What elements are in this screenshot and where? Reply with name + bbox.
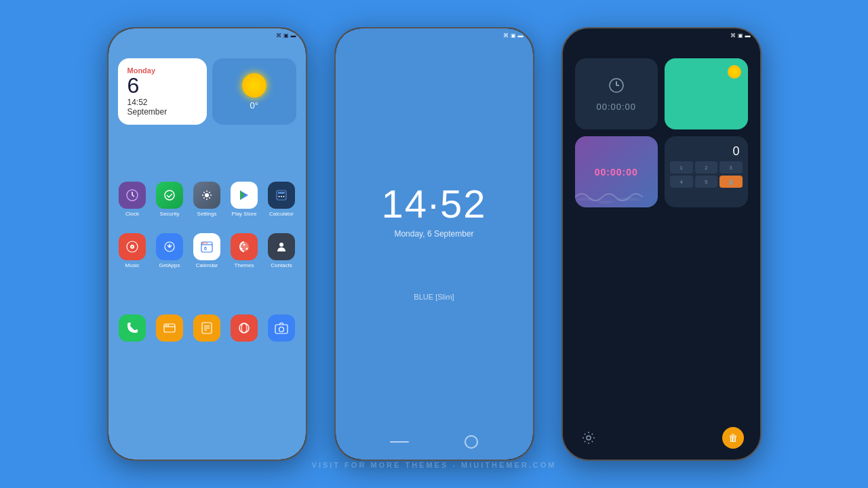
svg-line-2 [132, 195, 134, 197]
phone1-screen: ⌘ ▣ ▬ Monday 6 14:52 September 0° [108, 28, 306, 460]
app-music[interactable]: Music [115, 230, 150, 271]
bottom-bar-p3: 🗑 [563, 427, 760, 449]
status-icons-p1: ⌘ ▣ ▬ [276, 33, 296, 39]
nav-home-icon [465, 435, 478, 449]
svg-point-33 [241, 323, 247, 333]
calc-btn-4: 4 [670, 176, 693, 188]
lock-theme-label: BLUE [Slim] [414, 293, 454, 301]
calculator-label: Calculator [269, 211, 294, 217]
app-grid-row3 [108, 312, 306, 344]
phone-3: ⌘ ▣ ▬ 00:00:00 00:00:00 [561, 27, 762, 461]
widget-timer: 00:00:00 [575, 58, 658, 129]
themes-label: Themes [235, 262, 254, 268]
security-app-icon [156, 182, 183, 209]
svg-point-32 [239, 323, 249, 333]
svg-text:MON: MON [201, 241, 208, 245]
calc-btn-3: 3 [719, 161, 743, 174]
svg-point-22 [246, 248, 248, 250]
calc-btn-orange: ▓ [719, 176, 743, 188]
app-calculator[interactable]: Calculator [264, 179, 299, 220]
app-grid-row2: Music GetApps 6MON Calendar Themes [108, 230, 306, 271]
date-time: 14:52 [127, 98, 198, 107]
notes-app-icon [193, 314, 220, 342]
widget-row: Monday 6 14:52 September 0° [108, 28, 306, 125]
status-bar-phone2: ⌘ ▣ ▬ [336, 28, 533, 43]
svg-point-39 [587, 436, 591, 440]
lock-minute: 52 [440, 182, 487, 226]
signal-icon: ▣ [283, 33, 289, 39]
app-security[interactable]: Security [153, 179, 187, 220]
widget-calculator: 0 1 2 3 4 5 ▓ [665, 136, 748, 207]
svg-point-21 [241, 248, 243, 250]
svg-point-7 [279, 196, 280, 197]
browser-app-icon [156, 314, 183, 342]
svg-point-4 [205, 193, 209, 197]
playstore-app-icon [231, 182, 258, 209]
contacts-label: Contacts [271, 262, 292, 268]
svg-text:6: 6 [204, 246, 207, 251]
calc-btn-5: 5 [695, 176, 718, 188]
calc-display: 0 [670, 142, 743, 161]
getapps-label: GetApps [159, 262, 180, 268]
signal-icon-p3: ▣ [738, 33, 743, 39]
app-getapps[interactable]: GetApps [153, 230, 187, 271]
calc-btn-2: 2 [695, 161, 718, 174]
app-phone[interactable] [115, 312, 150, 344]
app-grid-row1: Clock Security Settings Play Store [108, 179, 306, 220]
calendar-app-icon: 6MON [193, 233, 220, 260]
getapps-app-icon [156, 233, 183, 260]
app-opera[interactable] [227, 312, 262, 344]
phone3-screen: ⌘ ▣ ▬ 00:00:00 00:00:00 [563, 28, 760, 460]
watermark: VISIT FOR MORE THEMES - MIUITHEMER.COM [0, 461, 868, 469]
security-label: Security [160, 211, 180, 217]
svg-point-3 [165, 190, 174, 200]
svg-point-12 [132, 246, 133, 247]
app-playstore[interactable]: Play Store [227, 179, 262, 220]
music-label: Music [125, 262, 140, 268]
calc-buttons: 1 2 3 4 5 ▓ [670, 161, 743, 188]
date-number: 6 [127, 75, 198, 96]
status-bar-phone3: ⌘ ▣ ▬ [563, 28, 760, 43]
svg-point-26 [165, 325, 167, 326]
app-themes[interactable]: Themes [227, 230, 262, 271]
opera-app-icon [231, 314, 258, 342]
calculator-app-icon [268, 182, 295, 209]
timer-icon [607, 76, 626, 99]
playstore-label: Play Store [232, 211, 257, 217]
settings-app-icon [193, 182, 220, 209]
status-bar-phone1: ⌘ ▣ ▬ [108, 28, 306, 43]
app-camera[interactable] [264, 312, 299, 344]
app-notes[interactable] [190, 312, 224, 344]
app-clock[interactable]: Clock [115, 179, 150, 220]
svg-point-9 [283, 196, 285, 197]
phone2-screen: ⌘ ▣ ▬ 14·52 Monday, 6 September BLUE [Sl… [336, 28, 533, 460]
phone-2: ⌘ ▣ ▬ 14·52 Monday, 6 September BLUE [Sl… [334, 27, 534, 461]
lock-bottom-nav [336, 435, 533, 449]
app-browser[interactable] [153, 312, 187, 344]
bluetooth-icon-p2: ⌘ [503, 33, 509, 39]
widget-date: Monday 6 14:52 September [118, 58, 208, 125]
svg-point-35 [279, 327, 284, 332]
camera-app-icon [268, 314, 295, 342]
svg-rect-6 [278, 192, 285, 194]
svg-point-8 [281, 196, 282, 197]
lock-hour: 14 [381, 182, 428, 226]
weather-sun-icon [728, 65, 741, 79]
phone-app-icon [119, 314, 146, 342]
widget-grid: 00:00:00 00:00:00 0 1 2 3 [563, 28, 760, 207]
svg-point-27 [167, 325, 169, 326]
trash-icon[interactable]: 🗑 [722, 427, 744, 449]
app-calendar[interactable]: 6MON Calendar [190, 230, 224, 271]
status-icons-p2: ⌘ ▣ ▬ [503, 33, 524, 39]
battery-icon-p3: ▬ [745, 33, 751, 39]
timer-time: 00:00:00 [596, 102, 636, 112]
app-contacts[interactable]: Contacts [264, 230, 299, 271]
nav-menu-icon [390, 441, 409, 443]
bluetooth-icon: ⌘ [276, 33, 281, 39]
settings-icon[interactable] [579, 428, 598, 447]
app-settings[interactable]: Settings [190, 179, 224, 220]
lock-time: 14·52 [381, 184, 486, 224]
calc-btn-1: 1 [670, 161, 693, 174]
bluetooth-icon-p3: ⌘ [730, 33, 736, 39]
battery-icon-p2: ▬ [518, 33, 524, 39]
